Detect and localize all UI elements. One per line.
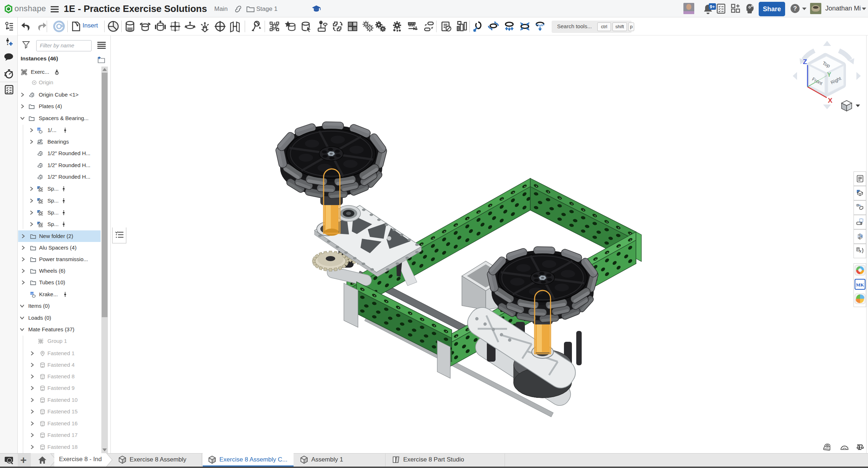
svg-text:Y: Y [827, 71, 831, 78]
svg-text:9+: 9+ [710, 4, 715, 9]
svg-text:x: x [859, 248, 861, 254]
svg-text:MK: MK [856, 282, 864, 288]
svg-text:X: X [828, 97, 833, 104]
svg-text:Z: Z [803, 58, 807, 65]
